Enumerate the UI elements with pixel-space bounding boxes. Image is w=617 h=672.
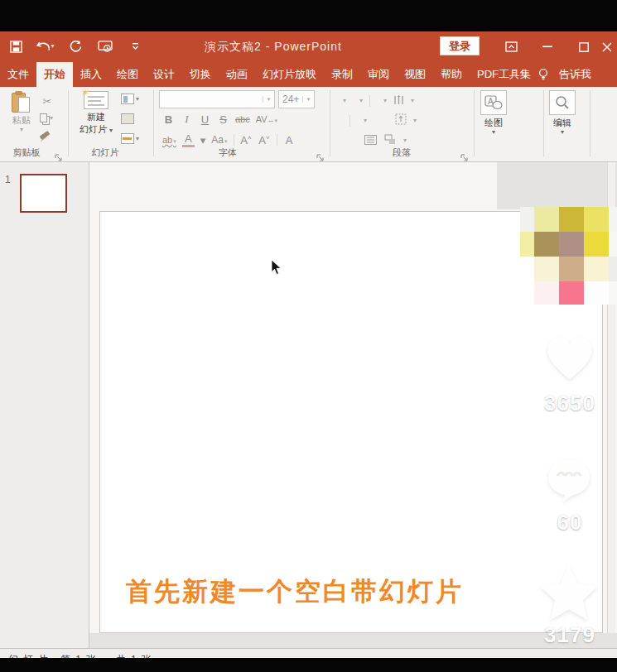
columns-caret[interactable]: ▾ <box>411 98 414 104</box>
tab-review[interactable]: 审阅 <box>360 62 397 87</box>
editing-button[interactable] <box>549 90 576 115</box>
tab-design[interactable]: 设计 <box>146 62 182 87</box>
font-color-button[interactable]: A <box>182 132 195 147</box>
close-button[interactable] <box>602 31 617 62</box>
avatar-mosaic-cell <box>584 257 609 281</box>
clipboard-group-label: 剪贴板 <box>2 146 51 159</box>
avatar-mosaic-cell <box>584 207 609 232</box>
avatar-mosaic-cell <box>584 281 609 305</box>
tab-file[interactable]: 文件 <box>0 62 36 87</box>
font-name-caret[interactable]: ▾ <box>263 96 274 103</box>
drawing-icon: A <box>484 94 503 111</box>
like-button[interactable] <box>542 332 597 386</box>
italic-button[interactable]: I <box>181 113 193 126</box>
group-separator <box>330 90 330 156</box>
tab-animations[interactable]: 动画 <box>219 62 255 87</box>
clear-formatting-button[interactable]: ab▾ <box>162 135 176 145</box>
character-spacing-label: AV <box>256 114 268 124</box>
maximize-button[interactable] <box>566 31 602 62</box>
paragraph-dialog-launcher[interactable] <box>460 151 469 159</box>
font-dialog-launcher[interactable] <box>316 151 325 159</box>
login-button[interactable]: 登录 <box>440 36 480 55</box>
avatar-mosaic-cell <box>520 232 534 257</box>
change-case-button[interactable]: Aa▾ <box>211 134 227 146</box>
bottom-letterbox <box>0 658 617 672</box>
slide-thumbnail-panel: 1 <box>0 162 89 650</box>
strikethrough-abc-button[interactable]: abc <box>235 114 250 124</box>
paste-button[interactable]: 粘贴 ▾ <box>5 91 38 133</box>
slide-thumbnail[interactable] <box>20 174 67 213</box>
text-direction-icon <box>395 113 407 125</box>
comment-button[interactable] <box>543 457 595 508</box>
video-caption: 首先新建一个空白带幻灯片 <box>126 574 464 609</box>
workspace: 1 首先新建一个空白带幻灯片 3650 60 <box>0 162 617 650</box>
convert-smartart-caret[interactable]: ▾ <box>403 137 407 144</box>
highlight-button[interactable]: A <box>283 134 296 146</box>
tell-me-button[interactable]: 告诉我 <box>552 67 599 82</box>
character-spacing-button[interactable]: AV↔▾ <box>256 114 277 124</box>
clear-formatting-label: ab <box>162 135 172 145</box>
format-painter-button[interactable] <box>40 133 50 137</box>
new-slide-dropdown-caret[interactable]: ▾ <box>109 127 113 134</box>
group-separator <box>543 90 544 156</box>
drawing-caret[interactable]: ▾ <box>476 129 511 136</box>
tab-transitions[interactable]: 切换 <box>182 62 219 87</box>
slide-layout-caret[interactable]: ▾ <box>136 96 139 103</box>
clipboard-dialog-launcher[interactable] <box>55 151 63 159</box>
tab-draw[interactable]: 绘图 <box>109 62 146 87</box>
favorite-button[interactable] <box>538 564 600 625</box>
columns-button[interactable] <box>393 94 404 108</box>
bold-button[interactable]: B <box>162 113 175 126</box>
reset-slide-button[interactable] <box>121 113 134 124</box>
drawing-button[interactable]: A <box>480 90 507 115</box>
text-direction-button[interactable] <box>395 113 407 128</box>
paste-label: 粘贴 <box>5 114 38 127</box>
ribbon-tab-row: 文件 开始 插入 绘图 设计 切换 动画 幻灯片放映 录制 审阅 视图 帮助 P… <box>0 62 617 87</box>
font-name-combo[interactable]: ▾ <box>159 90 275 108</box>
avatar-mosaic-cell <box>559 281 584 305</box>
text-direction-caret[interactable]: ▾ <box>413 118 417 124</box>
section-caret[interactable]: ▾ <box>136 136 139 142</box>
tab-help[interactable]: 帮助 <box>433 62 470 87</box>
columns-icon <box>393 95 404 105</box>
paste-dropdown-caret[interactable]: ▾ <box>5 127 38 133</box>
save-button[interactable] <box>5 36 27 56</box>
tab-pdf-tools[interactable]: PDF工具集 <box>470 62 538 87</box>
underline-button[interactable]: U <box>199 113 211 126</box>
comment-icon <box>543 457 595 505</box>
avatar-mosaic-cell <box>534 257 559 281</box>
strikethrough-button[interactable]: S <box>217 113 229 126</box>
star-icon <box>538 564 600 622</box>
minimize-button[interactable] <box>529 31 566 62</box>
tab-home[interactable]: 开始 <box>36 62 73 87</box>
minimize-icon <box>542 46 552 48</box>
tab-record[interactable]: 录制 <box>324 62 360 87</box>
avatar-mosaic-cell <box>584 232 609 257</box>
new-slide-button[interactable]: ✶ 新建 幻灯片 ▾ <box>76 91 116 136</box>
convert-smartart-icon <box>384 134 396 145</box>
font-color-caret[interactable]: ▾ <box>200 134 206 146</box>
bullets-caret[interactable]: ▾ <box>343 98 346 104</box>
section-button[interactable]: ▾ <box>121 133 139 144</box>
editing-caret[interactable]: ▾ <box>545 129 580 136</box>
tab-slideshow[interactable]: 幻灯片放映 <box>255 62 324 87</box>
avatar-mosaic-cell <box>559 207 584 232</box>
tab-insert[interactable]: 插入 <box>73 62 109 87</box>
increase-font-size-button[interactable]: A <box>240 134 253 146</box>
ribbon-display-options-button[interactable] <box>493 31 529 62</box>
cut-button[interactable]: ✂ <box>40 94 55 108</box>
avatar-mosaic-cell <box>609 207 617 232</box>
group-separator <box>474 90 475 156</box>
line-spacing-caret[interactable]: ▾ <box>383 98 387 104</box>
reset-slide-icon <box>121 113 134 124</box>
font-size-caret[interactable]: ▾ <box>302 96 314 103</box>
slide-layout-button[interactable]: ▾ <box>121 94 139 104</box>
decrease-font-size-button[interactable]: A <box>258 134 271 146</box>
font-size-combo[interactable]: 24+ ▾ <box>278 90 315 108</box>
tab-view[interactable]: 视图 <box>397 62 433 87</box>
copy-dropdown-caret[interactable]: ▾ <box>50 115 53 122</box>
avatar-mosaic-cell <box>520 207 534 232</box>
copy-button[interactable]: ▾ <box>40 113 53 122</box>
add-remove-columns-caret[interactable]: ▾ <box>364 118 367 124</box>
numbering-caret[interactable]: ▾ <box>359 98 363 104</box>
